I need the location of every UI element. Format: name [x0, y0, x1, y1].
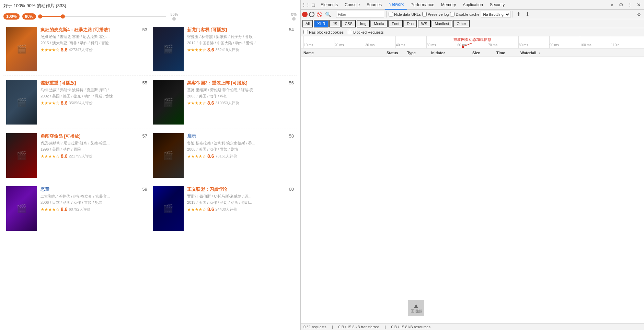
tab-console[interactable]: Console — [341, 0, 363, 10]
filter-tab-font[interactable]: Font — [388, 20, 403, 27]
movie-title-row: 疯狂的麦克斯4：狂暴之路 [可播放] 53 — [41, 27, 147, 33]
movie-title[interactable]: 勇闯夺命岛 [可播放] — [41, 133, 80, 139]
th-size[interactable]: Size — [472, 51, 496, 55]
rating-score: 8.6 — [207, 207, 214, 212]
movie-title[interactable]: 谍影重重 [可播放] — [41, 80, 76, 86]
timeline-tick: 90 ms — [549, 36, 580, 48]
import-har-icon[interactable]: ⬆ — [515, 11, 522, 18]
cookies-row: Has blocked cookies Blocked Requests — [301, 28, 644, 36]
movie-grid: 🎬 疯狂的麦克斯4：狂暴之路 [可播放] 53 汤姆·哈迪 / 查理兹·塞隆 /… — [3, 23, 297, 235]
tab-security[interactable]: Security — [486, 0, 508, 10]
blocked-requests-check[interactable] — [348, 30, 352, 34]
star-rating: ★★★★☆ — [187, 207, 206, 212]
export-har-icon[interactable]: ⬇ — [524, 11, 531, 18]
filter-tab-manifest[interactable]: Manifest — [432, 20, 453, 27]
page-header: 好于 100%-90% 的动作片 (333) — [3, 0, 297, 10]
filter-tab-ws[interactable]: WS — [418, 20, 431, 27]
movie-link[interactable]: 黑客帝国2：重装上阵 [可播放] — [187, 80, 248, 85]
scroll-top-button[interactable]: ▲ 回顶部 — [408, 300, 424, 316]
th-status[interactable]: Status — [387, 51, 407, 55]
movie-title[interactable]: 正义联盟：闪点悖论 — [187, 186, 227, 192]
filter-tab-all[interactable]: All — [302, 20, 313, 27]
preserve-log-checkbox[interactable]: Preserve log — [422, 12, 449, 16]
rating-count: 310953人评价 — [215, 101, 239, 106]
search-button[interactable]: 🔍 — [324, 12, 332, 17]
movie-title-row: 正义联盟：闪点悖论 60 — [187, 186, 294, 192]
filter-tab-js[interactable]: JS — [329, 20, 341, 27]
movie-title-row: 谍影重重 [可播放] 55 — [41, 80, 147, 86]
th-name[interactable]: Name — [301, 51, 387, 55]
movie-title[interactable]: 启示 — [187, 133, 196, 139]
movie-link[interactable]: 正义联盟：闪点悖论 — [187, 187, 227, 192]
network-toolbar: 🚫 🔍 Hide data URLs Preserve log Disable … — [301, 10, 644, 19]
throttle-select[interactable]: No throttling — [481, 11, 510, 18]
tab-memory[interactable]: Memory — [438, 0, 459, 10]
filter-tab-doc[interactable]: Doc — [403, 20, 417, 27]
movie-link[interactable]: 新龙门客栈 [可播放] — [187, 27, 227, 32]
devtools-resize-icon[interactable]: ⋮⋮ — [302, 1, 310, 9]
tab-application[interactable]: Application — [459, 0, 486, 10]
movie-cast: 张曼玉 / 林青霞 / 梁家辉 / 甄子丹 / 鲁欣... — [187, 34, 294, 39]
tab-network[interactable]: Network — [385, 0, 407, 10]
th-time[interactable]: Time — [496, 51, 520, 55]
clear-button[interactable]: 🚫 — [316, 12, 323, 17]
star-rating: ★★★★☆ — [41, 101, 59, 106]
preserve-log-check[interactable] — [422, 12, 427, 16]
list-item: 🎬 谍影重重 [可播放] 55 马特·达蒙 / 弗朗卡·波滕特 / 克里斯·库珀… — [3, 76, 150, 129]
star-rating: ★★★★☆ — [41, 47, 59, 52]
filter-tab-css[interactable]: CSS — [341, 20, 356, 27]
has-blocked-cookies-checkbox[interactable]: Has blocked cookies — [303, 30, 344, 34]
screenshot-icon[interactable]: ◻ — [310, 1, 317, 9]
filter-range[interactable]: 100% 90% 50% 0% — [3, 12, 297, 21]
has-blocked-cookies-check[interactable] — [303, 30, 308, 34]
network-settings-icon[interactable]: ⚙ — [635, 11, 643, 18]
movie-title[interactable]: 疯狂的麦克斯4：狂暴之路 [可播放] — [41, 27, 110, 33]
movie-title-row: 启示 58 — [187, 133, 294, 139]
tab-elements[interactable]: Elements — [317, 0, 341, 10]
movie-title[interactable]: 恶童 — [41, 186, 49, 192]
more-tabs-icon[interactable]: » — [608, 1, 616, 9]
movie-link[interactable]: 恶童 — [41, 187, 49, 192]
th-type[interactable]: Type — [407, 51, 431, 55]
range-slider-track[interactable] — [40, 16, 166, 17]
th-initiator[interactable]: Initiator — [431, 51, 472, 55]
hide-data-urls-checkbox[interactable]: Hide data URLs — [389, 12, 421, 16]
filter-tab-img[interactable]: Img — [357, 20, 370, 27]
filter-tab-xhr[interactable]: XHR — [314, 20, 329, 27]
movie-cast: 二宫和也 / 苍井优 / 伊势谷友介 / 宫藤官... — [41, 194, 147, 199]
stop-button[interactable] — [309, 12, 314, 17]
movie-title[interactable]: 新龙门客栈 [可播放] — [187, 27, 227, 33]
filter-tab-media[interactable]: Media — [370, 20, 388, 27]
disable-cache-check[interactable] — [450, 12, 455, 16]
th-waterfall[interactable]: Waterfall ▲ — [520, 51, 644, 55]
filter-input[interactable] — [336, 11, 384, 18]
hide-data-urls-check[interactable] — [389, 12, 393, 16]
devtools-close-icon[interactable]: ✕ — [635, 1, 643, 9]
movie-link[interactable]: 勇闯夺命岛 [可播放] — [41, 133, 80, 139]
rating-score: 8.6 — [207, 153, 214, 159]
devtools-settings-icon[interactable]: ⚙ — [617, 1, 625, 9]
movie-cast: 基努·里维斯 / 劳伦斯·菲什伯恩 / 凯瑞-安... — [187, 87, 294, 93]
filter-tab-other[interactable]: Other — [453, 20, 470, 27]
status-resources: 0 B / 15.8 kB resources — [391, 325, 430, 329]
tab-performance[interactable]: Performance — [407, 0, 438, 10]
range-label-90: 90% — [22, 13, 36, 20]
movie-link[interactable]: 疯狂的麦克斯4：狂暴之路 [可播放] — [41, 27, 110, 32]
timeline-tick: 80 ms — [518, 36, 549, 48]
blocked-requests-checkbox[interactable]: Blocked Requests — [348, 30, 384, 34]
movie-title-row: 勇闯夺命岛 [可播放] 57 — [41, 133, 147, 139]
devtools-more-icon[interactable]: ⋮ — [626, 1, 634, 9]
movie-link[interactable]: 谍影重重 [可播放] — [41, 80, 76, 85]
movie-title[interactable]: 黑客帝国2：重装上阵 [可播放] — [187, 80, 248, 86]
record-button[interactable] — [302, 12, 308, 17]
annotation-arrow-icon — [462, 43, 483, 48]
movie-link[interactable]: 启示 — [187, 133, 196, 139]
annotation-container: 抓取网页动态加载信息 — [453, 37, 491, 48]
range-dot-left[interactable] — [38, 14, 42, 19]
star-rating: ★★★★☆ — [187, 154, 206, 159]
tab-sources[interactable]: Sources — [363, 0, 385, 10]
movie-cast: 汤姆·哈迪 / 查理兹·塞隆 / 尼古拉斯·霍尔... — [41, 34, 147, 39]
disable-cache-checkbox[interactable]: Disable cache — [450, 12, 479, 16]
range-dot-right[interactable] — [61, 14, 65, 19]
timeline-axis: 10 ms 20 ms 30 ms 40 ms 50 ms 抓取网页动态加载信息… — [301, 36, 644, 48]
